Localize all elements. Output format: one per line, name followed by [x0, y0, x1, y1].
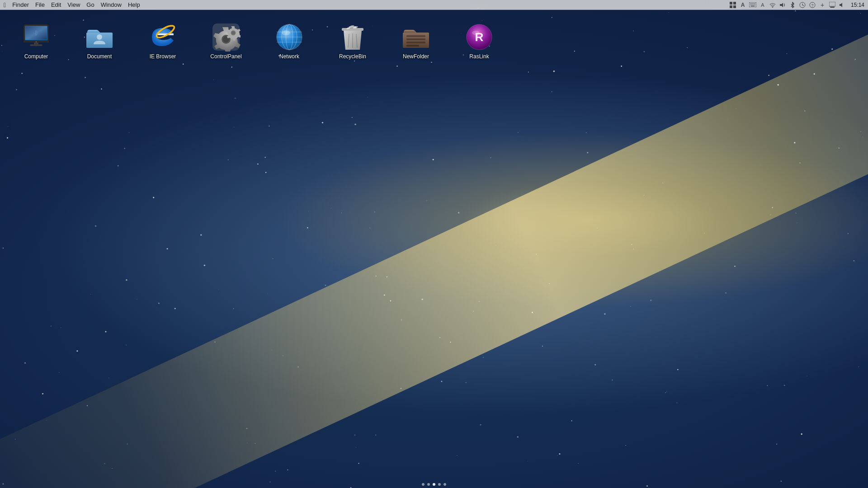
timemachine-tray-icon[interactable] — [798, 1, 807, 9]
menubar:  Finder File Edit View Go Window Help A… — [0, 0, 868, 10]
computer-icon-img:  — [22, 23, 51, 52]
desktop-icon-controlpanel[interactable]: ControlPanel — [208, 23, 244, 61]
svg-rect-1 — [733, 2, 736, 5]
keyboard-tray-icon[interactable] — [749, 1, 757, 9]
svg-rect-49 — [406, 42, 425, 43]
svg-marker-15 — [840, 3, 842, 7]
svg-point-32 — [231, 31, 235, 35]
dock-dot-1 — [422, 483, 425, 486]
newfolder-icon-label: NewFolder — [403, 53, 429, 61]
volume-tray-icon[interactable] — [778, 1, 787, 9]
svg-point-23 — [36, 41, 37, 42]
desktop-icon-recyclebin[interactable]: RecycleBin — [335, 23, 371, 61]
add-tray-icon[interactable]: + — [818, 1, 826, 9]
svg-rect-47 — [406, 35, 425, 37]
computer-icon-label: Computer — [24, 53, 48, 61]
svg-point-54 — [467, 24, 492, 50]
desktop-icon-ie-browser[interactable]: IE Browser — [145, 23, 181, 61]
apple-menu[interactable]:  — [4, 1, 6, 9]
document-icon-label: Document — [87, 53, 112, 61]
menubar-left:  Finder File Edit View Go Window Help — [4, 1, 140, 9]
svg-rect-21 — [30, 44, 42, 46]
finder-tray-icon[interactable] — [828, 1, 836, 9]
desktop-icon-network[interactable]: Network — [271, 23, 307, 61]
svg-text:?: ? — [811, 3, 813, 8]
network-icon-label: Network — [279, 53, 299, 61]
desktop-icon-computer[interactable]:  Computer — [18, 23, 54, 61]
ie-browser-icon-label: IE Browser — [150, 53, 176, 61]
speaker-tray-icon[interactable] — [838, 1, 846, 9]
svg-point-8 — [772, 7, 773, 8]
svg-rect-50 — [406, 45, 419, 47]
recyclebin-icon-label: RecycleBin — [339, 53, 366, 61]
svg-marker-9 — [780, 3, 783, 7]
svg-text::  — [35, 29, 37, 37]
a1-tray-icon[interactable]: A — [739, 1, 747, 9]
svg-rect-48 — [406, 38, 425, 40]
menubar-view[interactable]: View — [67, 1, 80, 8]
dock-dot-2 — [427, 483, 430, 486]
svg-point-41 — [277, 24, 302, 50]
menubar-edit[interactable]: Edit — [51, 1, 61, 8]
svg-rect-14 — [830, 7, 835, 8]
svg-rect-13 — [829, 2, 835, 6]
tray-icons: A A ? + — [729, 1, 846, 9]
svg-rect-4 — [749, 2, 756, 7]
a2-tray-icon[interactable]: A — [759, 1, 767, 9]
ie-icon-img — [148, 23, 177, 52]
menubar-help[interactable]: Help — [128, 1, 140, 8]
raslink-icon-img: R — [465, 23, 494, 52]
dock-dot-4 — [438, 483, 441, 486]
menubar-finder[interactable]: Finder — [12, 1, 29, 8]
dock-dot-3 — [433, 483, 435, 486]
wifi-tray-icon[interactable] — [769, 1, 777, 9]
recyclebin-icon-img — [338, 23, 367, 52]
grid-tray-icon[interactable] — [729, 1, 737, 9]
svg-rect-0 — [730, 2, 732, 5]
clock: 15:14 — [851, 2, 864, 8]
wallpaper — [0, 0, 868, 488]
svg-point-24 — [97, 34, 102, 40]
svg-rect-2 — [730, 5, 732, 8]
desktop-icon-newfolder[interactable]: NewFolder — [398, 23, 434, 61]
document-icon-img — [85, 23, 114, 52]
menubar-right: A A ? + — [729, 1, 864, 9]
menubar-file[interactable]: File — [35, 1, 45, 8]
bluetooth-tray-icon[interactable] — [788, 1, 797, 9]
network-icon-img — [275, 23, 304, 52]
menubar-window[interactable]: Window — [101, 1, 122, 8]
controlpanel-icon-img — [212, 23, 241, 52]
desktop-icon-document[interactable]: Document — [81, 23, 118, 61]
controlpanel-icon-label: ControlPanel — [210, 53, 241, 61]
dock-dot-5 — [443, 483, 446, 486]
menubar-go[interactable]: Go — [86, 1, 94, 8]
desktop-icon-raslink[interactable]: R RasLink — [461, 23, 497, 61]
raslink-icon-label: RasLink — [469, 53, 489, 61]
question-tray-icon[interactable]: ? — [808, 1, 816, 9]
svg-rect-3 — [733, 5, 736, 8]
newfolder-icon-img — [401, 23, 430, 52]
dock-dots — [422, 483, 446, 486]
